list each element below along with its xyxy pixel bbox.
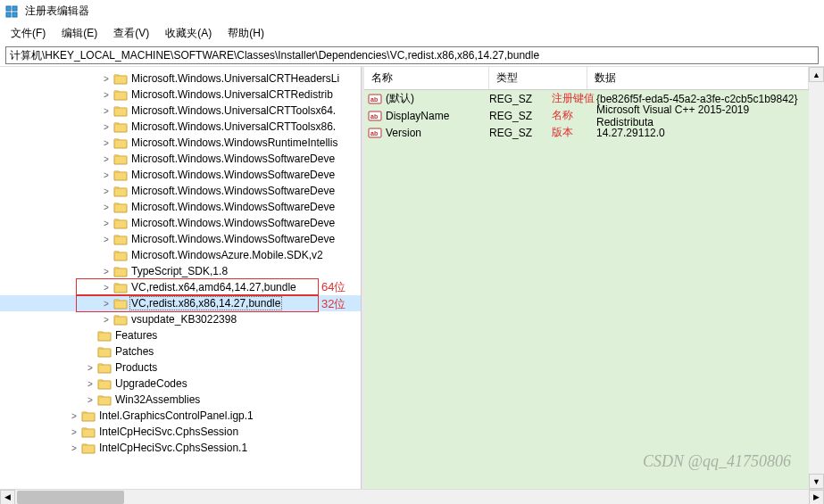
tree-expander-icon[interactable]: > (101, 315, 112, 325)
folder-icon (113, 265, 128, 277)
tree-expander-icon[interactable]: > (85, 363, 96, 373)
menu-file[interactable]: 文件(F) (4, 24, 53, 43)
folder-icon (113, 153, 128, 165)
tree-expander-icon[interactable]: > (101, 202, 112, 212)
tree-item[interactable]: >Intel.GraphicsControlPanel.igp.1 (0, 408, 361, 424)
tree-item-label: Microsoft.Windows.WindowsSoftwareDeve (129, 169, 337, 181)
folder-icon (113, 233, 128, 245)
tree-expander-icon[interactable]: > (101, 235, 112, 244)
scroll-down-button[interactable]: ▼ (809, 474, 824, 489)
tree-item[interactable]: >Microsoft.Windows.UniversalCRTRedistrib (0, 87, 361, 103)
col-header-type[interactable]: 类型 (489, 67, 587, 89)
tree-item-label: Intel.GraphicsControlPanel.igp.1 (97, 409, 255, 422)
menu-view[interactable]: 查看(V) (106, 24, 156, 43)
tree-expander-icon[interactable]: > (101, 170, 112, 180)
folder-icon (97, 329, 112, 342)
tree-expander-icon[interactable]: > (69, 427, 79, 437)
tree-item[interactable]: >Products (0, 359, 361, 376)
folder-icon (97, 345, 112, 358)
tree-item[interactable]: Features (0, 327, 361, 343)
tree-item-label: Microsoft.Windows.WindowsRuntimeIntellis (129, 136, 339, 149)
tree-expander-icon[interactable]: > (101, 267, 112, 277)
menu-help[interactable]: 帮助(H) (221, 24, 271, 43)
folder-icon (97, 393, 112, 406)
tree-item-label: Microsoft.Windows.WindowsSoftwareDeve (129, 217, 337, 229)
value-data: 14.27.29112.0 (596, 127, 809, 139)
tree-item-label: Microsoft.Windows.UniversalCRTHeadersLi (129, 72, 341, 85)
scroll-up-button[interactable]: ▲ (809, 67, 824, 82)
tree-item[interactable]: >Microsoft.Windows.WindowsSoftwareDeve (0, 231, 361, 247)
tree-expander-icon[interactable]: > (101, 90, 112, 100)
folder-icon (113, 88, 128, 101)
svg-text:ab: ab (370, 113, 378, 120)
svg-rect-1 (6, 12, 11, 17)
tree-expander-icon[interactable]: > (101, 74, 112, 84)
address-bar[interactable]: 计算机\HKEY_LOCAL_MACHINE\SOFTWARE\Classes\… (5, 46, 819, 64)
tree-item[interactable]: >Microsoft.Windows.WindowsSoftwareDeve (0, 183, 361, 199)
tree-item[interactable]: >Microsoft.Windows.WindowsSoftwareDeve (0, 167, 361, 183)
tree-item[interactable]: >Microsoft.Windows.UniversalCRTToolsx64. (0, 103, 361, 119)
values-header: 名称 类型 数据 (364, 67, 809, 90)
tree-expander-icon[interactable]: > (101, 283, 112, 293)
tree-item[interactable]: >Microsoft.Windows.WindowsRuntimeIntelli… (0, 135, 361, 151)
tree-expander-icon[interactable]: > (101, 122, 112, 132)
value-name: Version (386, 127, 489, 139)
tree-item[interactable]: >IntelCpHeciSvc.CphsSession (0, 424, 361, 440)
tree-item[interactable]: >vsupdate_KB3022398 (0, 311, 361, 327)
tree-expander-icon[interactable]: > (85, 379, 96, 389)
folder-icon (113, 249, 128, 261)
tree-item-label: Microsoft.Windows.WindowsSoftwareDeve (129, 233, 337, 245)
tree-scrollbar-horizontal[interactable]: ◀ ▶ (0, 489, 824, 504)
tree-expander-icon[interactable]: > (85, 395, 96, 405)
value-row[interactable]: abDisplayNameREG_SZ名称Microsoft Visual C+… (364, 107, 809, 124)
col-header-data[interactable]: 数据 (587, 67, 809, 89)
tree-expander-icon[interactable]: > (101, 138, 112, 148)
tree-expander-icon[interactable]: > (101, 219, 112, 228)
value-name: DisplayName (386, 110, 489, 122)
tree-item[interactable]: >VC,redist.x86,x86,14.27,bundle (0, 295, 361, 311)
folder-icon (113, 72, 128, 85)
tree-expander-icon[interactable]: > (69, 411, 79, 421)
tree-item-label: Win32Assemblies (113, 393, 202, 406)
tree-item[interactable]: >Win32Assemblies (0, 392, 361, 408)
tree-expander-icon[interactable]: > (101, 299, 112, 309)
annotation-label: 注册键值 (552, 91, 596, 106)
tree-item-label: Microsoft.Windows.UniversalCRTToolsx86. (129, 120, 337, 133)
menu-favorites[interactable]: 收藏夹(A) (158, 24, 219, 43)
tree-item[interactable]: >IntelCpHeciSvc.CphsSession.1 (0, 440, 361, 456)
tree-item-label: Microsoft.WindowsAzure.Mobile.SDK,v2 (129, 249, 325, 261)
menu-edit[interactable]: 编辑(E) (54, 24, 104, 43)
folder-icon (113, 297, 128, 310)
tree-expander-icon[interactable]: > (69, 443, 79, 453)
tree-item[interactable]: Microsoft.WindowsAzure.Mobile.SDK,v2 (0, 247, 361, 263)
watermark: CSDN @qq_41750806 (643, 452, 791, 471)
tree-item[interactable]: >TypeScript_SDK,1.8 (0, 263, 361, 279)
folder-icon (113, 120, 128, 133)
scroll-left-button[interactable]: ◀ (0, 490, 15, 505)
annotation-label: 版本 (552, 125, 596, 140)
folder-icon (113, 169, 128, 181)
tree-expander-icon[interactable]: > (101, 106, 112, 116)
value-data: Microsoft Visual C++ 2015-2019 Redistrib… (596, 103, 809, 128)
tree-item[interactable]: >Microsoft.Windows.WindowsSoftwareDeve (0, 199, 361, 215)
scroll-right-button[interactable]: ▶ (809, 490, 824, 505)
tree-item[interactable]: >UpgradeCodes (0, 376, 361, 392)
tree-expander-icon[interactable]: > (101, 154, 112, 164)
tree-item[interactable]: >Microsoft.Windows.WindowsSoftwareDeve (0, 151, 361, 167)
svg-rect-3 (12, 12, 17, 17)
value-row[interactable]: abVersionREG_SZ版本14.27.29112.0 (364, 124, 809, 141)
tree-expander-icon[interactable]: > (101, 186, 112, 196)
tree-item[interactable]: >Microsoft.Windows.UniversalCRTHeadersLi (0, 70, 361, 87)
tree-item[interactable]: Patches (0, 343, 361, 359)
tree-pane[interactable]: >Microsoft.Windows.UniversalCRTHeadersLi… (0, 67, 362, 489)
tree-item[interactable]: >VC,redist.x64,amd64,14.27,bundle (0, 279, 361, 295)
tree-item[interactable]: >Microsoft.Windows.UniversalCRTToolsx86. (0, 119, 361, 135)
tree-item-label: Microsoft.Windows.WindowsSoftwareDeve (129, 185, 337, 197)
folder-icon (113, 313, 128, 326)
folder-icon (81, 426, 96, 438)
col-header-name[interactable]: 名称 (364, 67, 489, 89)
string-value-icon: ab (368, 92, 382, 106)
tree-item[interactable]: >Microsoft.Windows.WindowsSoftwareDeve (0, 215, 361, 231)
values-scrollbar-vertical[interactable]: ▲ ▼ (809, 67, 824, 489)
window-title: 注册表编辑器 (25, 4, 89, 19)
